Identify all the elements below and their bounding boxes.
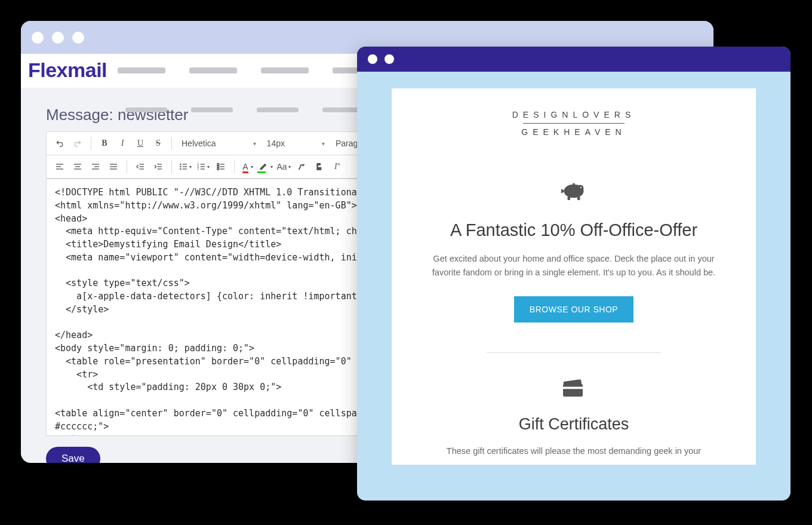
email-content: DESIGNLOVERS GEEKHEAVEN A Fantastic 10% …: [392, 88, 756, 465]
svg-rect-43: [563, 384, 583, 397]
section2-body: These gift certificates will please the …: [429, 444, 719, 458]
section1-headline: A Fantastic 10% Off-Office-Offer: [429, 220, 719, 240]
svg-rect-38: [568, 197, 571, 200]
logo-divider: [523, 123, 625, 124]
align-left-button[interactable]: [51, 159, 68, 174]
svg-point-20: [180, 168, 181, 169]
email-logo-top: DESIGNLOVERS: [429, 110, 719, 123]
underline-button[interactable]: U: [132, 136, 149, 151]
section1-body: Get excited about your home and office s…: [429, 252, 719, 280]
credit-card-icon: [559, 377, 588, 401]
outdent-button[interactable]: [132, 159, 149, 174]
svg-rect-30: [217, 164, 219, 165]
align-justify-button[interactable]: [105, 159, 122, 174]
text-color-button[interactable]: A▾: [239, 159, 256, 174]
svg-rect-39: [577, 197, 580, 200]
font-size-select[interactable]: 14px ▾: [262, 136, 330, 151]
italic-button[interactable]: I: [114, 136, 131, 151]
indent-button[interactable]: [150, 159, 167, 174]
bold-button[interactable]: B: [96, 136, 113, 151]
align-right-button[interactable]: [87, 159, 104, 174]
window-dot: [368, 54, 377, 64]
highlight-color-button[interactable]: ▾: [257, 159, 274, 174]
svg-point-19: [180, 166, 181, 167]
svg-rect-31: [217, 166, 219, 168]
email-logo-bottom: GEEKHEAVEN: [429, 127, 719, 137]
svg-point-37: [577, 185, 584, 192]
svg-rect-40: [573, 183, 575, 187]
piggybank-icon: [559, 179, 588, 202]
preview-body: DESIGNLOVERS GEEKHEAVEN A Fantastic 10% …: [357, 72, 791, 465]
clear-styles-button[interactable]: I×: [329, 159, 346, 174]
svg-rect-44: [563, 387, 583, 389]
top-nav-placeholder: [118, 67, 380, 73]
brand-logo: Flexmail: [28, 59, 107, 82]
svg-point-41: [580, 187, 582, 188]
checklist-button[interactable]: [213, 159, 229, 174]
align-center-button[interactable]: [69, 159, 86, 174]
font-family-label: Helvetica: [182, 139, 216, 148]
font-family-select[interactable]: Helvetica ▾: [177, 136, 261, 151]
strikethrough-button[interactable]: S: [150, 136, 167, 151]
window-dot: [52, 32, 64, 44]
browse-shop-button[interactable]: BROWSE OUR SHOP: [514, 296, 633, 323]
font-case-button[interactable]: Aa▾: [275, 159, 292, 174]
window-dot: [385, 54, 394, 64]
undo-button[interactable]: [51, 136, 68, 151]
redo-button[interactable]: [69, 136, 86, 151]
font-size-label: 14px: [267, 139, 285, 148]
section2-headline: Gift Certificates: [429, 415, 719, 434]
svg-rect-32: [217, 168, 219, 170]
format-painter-button[interactable]: [311, 159, 328, 174]
ordered-list-button[interactable]: 123▾: [195, 159, 211, 174]
save-button[interactable]: Save: [46, 447, 100, 463]
section-divider: [487, 352, 661, 353]
clear-format-button[interactable]: [293, 159, 310, 174]
svg-point-18: [180, 164, 181, 164]
preview-window: DESIGNLOVERS GEEKHEAVEN A Fantastic 10% …: [357, 47, 791, 501]
unordered-list-button[interactable]: ▾: [177, 159, 193, 174]
window-dot: [32, 32, 44, 44]
preview-titlebar: [357, 47, 791, 72]
window-dot: [72, 32, 84, 44]
svg-text:3: 3: [197, 167, 199, 170]
